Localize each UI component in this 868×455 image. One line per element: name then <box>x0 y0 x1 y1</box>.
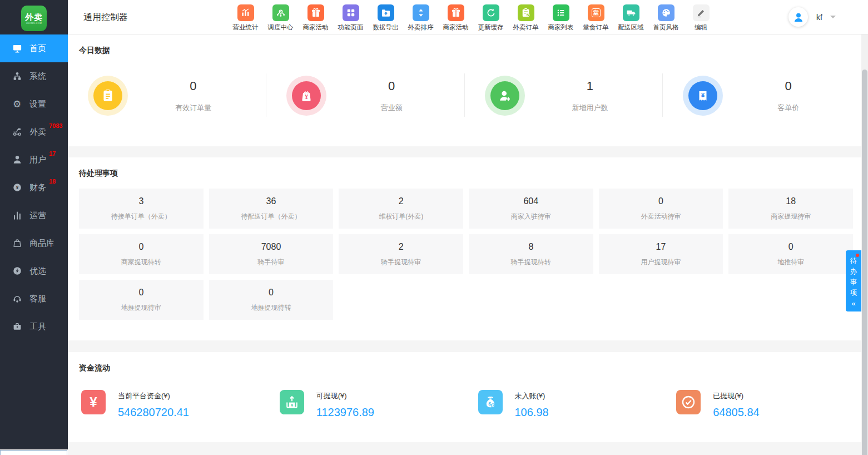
sidebar-item-home[interactable]: 首页 <box>0 34 68 62</box>
pending-cell[interactable]: 0外卖活动待审 <box>599 189 723 229</box>
tool-function-pages[interactable]: 功能页面 <box>333 3 368 32</box>
palette-icon <box>658 4 674 21</box>
tool-refresh-cache[interactable]: 更新缓存 <box>473 3 508 32</box>
tool-home-style[interactable]: 首页风格 <box>648 3 683 32</box>
sidebar-item-finance[interactable]: ¥ 财务 18 <box>0 174 68 201</box>
tool-label: 商家列表 <box>548 23 574 32</box>
sidebar-item-label: 财务 <box>29 182 46 193</box>
todo-panel-toggle[interactable]: 待办事项 « <box>846 250 861 311</box>
tool-label: 外卖订单 <box>513 23 539 32</box>
takeout-badge: 7083 <box>49 122 62 129</box>
dinein-glyph: 堂 <box>592 8 601 17</box>
tool-takeout-orders[interactable]: 外卖订单 <box>508 3 543 32</box>
scrollbar-track[interactable] <box>861 34 868 455</box>
stat-new-users: 1 新增用户数 <box>465 70 663 121</box>
sidebar-item-label: 系统 <box>29 71 46 82</box>
tool-delivery-zones[interactable]: 配送区域 <box>613 3 648 32</box>
tool-data-export[interactable]: 数据导出 <box>368 3 403 32</box>
pending-label: 待配送订单（外卖） <box>209 212 334 221</box>
tool-label: 数据导出 <box>373 23 399 32</box>
ticket-yen-icon: ¥ <box>683 76 723 116</box>
pending-cell[interactable]: 2骑手提现待审 <box>339 234 463 274</box>
pending-cell[interactable]: 7080骑手待审 <box>209 234 334 274</box>
pending-label: 外卖活动待审 <box>599 212 723 221</box>
pending-label: 骑手提现待审 <box>339 258 463 267</box>
user-avatar-icon <box>788 7 808 27</box>
sidebar-item-service[interactable]: 客服 <box>0 285 68 313</box>
dispatch-network-icon <box>272 4 289 21</box>
pending-cell[interactable]: 2维权订单(外卖) <box>339 189 463 229</box>
fund-value: 106.98 <box>515 406 549 419</box>
tool-merchant-list[interactable]: 商家列表 <box>543 3 578 32</box>
sidebar-item-system[interactable]: 系统 <box>0 62 68 90</box>
pending-value: 3 <box>79 196 204 206</box>
pending-cell[interactable]: 17用户提现待审 <box>599 234 723 274</box>
tool-edit[interactable]: 编辑 <box>683 3 718 32</box>
pending-cell[interactable]: 8骑手提现待转 <box>469 234 593 274</box>
pending-value: 36 <box>209 196 334 206</box>
tool-business-stats[interactable]: 营业统计 <box>228 3 263 32</box>
gift-icon <box>448 4 464 21</box>
fund-unsettled: $ 未入账(¥) 106.98 <box>465 390 663 419</box>
tool-merchant-activity-2[interactable]: 商家活动 <box>438 3 473 32</box>
sidebar: 外卖 JHCMS.COM 首页 系统 ⚙ 设置 外卖 7083 用户 17 ¥ … <box>0 0 68 449</box>
pending-label: 待接单订单（外卖） <box>79 212 204 221</box>
pending-cell[interactable]: 0地推待审 <box>728 234 853 274</box>
funds-row: ¥ 当前平台资金(¥) 546280720.41 ¥ 可提现(¥) 112397… <box>68 390 861 419</box>
tools-briefcase-icon <box>12 322 22 332</box>
home-icon <box>12 43 22 54</box>
finance-badge: 18 <box>49 178 56 185</box>
stat-label: 有效订单量 <box>128 103 259 113</box>
stat-valid-orders: 0 有效订单量 <box>68 70 266 121</box>
stat-label: 新增用户数 <box>525 103 656 113</box>
pending-value: 18 <box>728 196 853 206</box>
pending-cell[interactable]: 18商家提现待审 <box>728 189 853 229</box>
pending-value: 7080 <box>209 242 334 252</box>
todo-tab-label: 待办事项 <box>850 256 857 298</box>
sidebar-item-settings[interactable]: ⚙ 设置 <box>0 90 68 118</box>
pending-label: 地推待审 <box>728 258 853 267</box>
today-stats: 0 有效订单量 ¥ 0 营业额 1 新增用户数 <box>68 70 861 121</box>
funds-section: 资金流动 ¥ 当前平台资金(¥) 546280720.41 ¥ 可提现(¥) 1… <box>68 352 861 442</box>
tool-dispatch-center[interactable]: 调度中心 <box>263 3 298 32</box>
sidebar-item-tools[interactable]: 工具 <box>0 313 68 340</box>
pending-cell[interactable]: 36待配送订单（外卖） <box>209 189 334 229</box>
sidebar-item-users[interactable]: 用户 17 <box>0 146 68 174</box>
app-logo[interactable]: 外卖 JHCMS.COM <box>21 6 47 31</box>
sidebar-item-goods[interactable]: 商品库 <box>0 229 68 257</box>
pending-value: 0 <box>79 288 204 298</box>
stat-label: 营业额 <box>326 103 457 113</box>
truck-icon <box>623 4 639 21</box>
folder-upload-icon <box>378 4 394 21</box>
sidebar-item-operations[interactable]: 运营 <box>0 201 68 229</box>
pending-cell[interactable]: 0商家提现待转 <box>79 234 204 274</box>
tool-takeout-sort[interactable]: 外卖排序 <box>403 3 438 32</box>
collapse-icon: « <box>846 299 861 308</box>
users-badge: 17 <box>49 150 56 157</box>
list-icon <box>553 4 569 21</box>
pending-label: 商家提现待转 <box>79 258 204 267</box>
sidebar-item-preferred[interactable]: 优选 <box>0 257 68 285</box>
tool-dinein-orders[interactable]: 堂 堂食订单 <box>578 3 613 32</box>
tool-label: 更新缓存 <box>478 23 504 32</box>
notification-dot <box>856 254 859 257</box>
pending-label: 用户提现待审 <box>599 258 723 267</box>
tool-merchant-activity[interactable]: 商家活动 <box>298 3 333 32</box>
pending-cell[interactable]: 604商家入驻待审 <box>469 189 593 229</box>
today-title: 今日数据 <box>68 34 861 56</box>
pending-label: 商家提现待审 <box>728 212 853 221</box>
gift-icon <box>307 4 324 21</box>
user-plus-icon <box>485 76 525 116</box>
tool-label: 营业统计 <box>233 23 259 32</box>
preferred-bolt-icon <box>12 266 22 276</box>
pending-cell[interactable]: 0地推提现待审 <box>79 280 204 320</box>
scrollbar-thumb[interactable] <box>862 70 867 455</box>
takeout-scooter-icon <box>12 127 22 137</box>
operations-icon <box>12 210 22 221</box>
pending-value: 8 <box>469 242 593 252</box>
user-icon <box>12 155 22 165</box>
pending-cell[interactable]: 0地推提现待转 <box>209 280 334 320</box>
sidebar-item-takeout[interactable]: 外卖 7083 <box>0 118 68 146</box>
pending-cell[interactable]: 3待接单订单（外卖） <box>79 189 204 229</box>
user-menu[interactable]: kf <box>788 7 836 27</box>
